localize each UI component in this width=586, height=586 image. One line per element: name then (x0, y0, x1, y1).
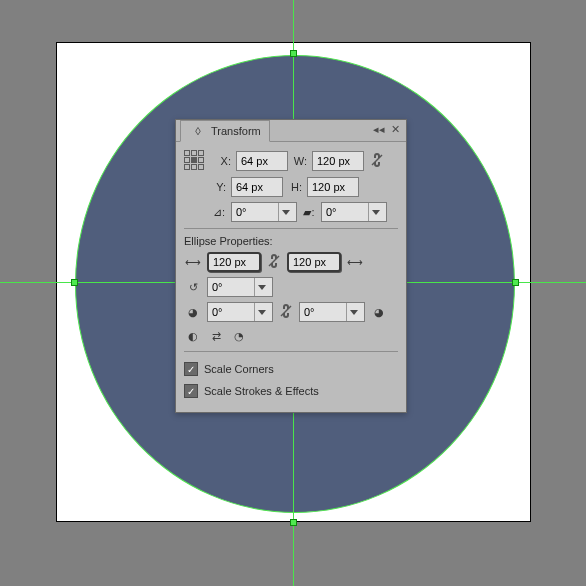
h-input[interactable] (307, 177, 359, 197)
rotate-dropdown[interactable] (278, 203, 292, 221)
swap-pie-icon[interactable]: ⇄ (207, 327, 225, 345)
scale-corners-checkbox[interactable]: ✓ Scale Corners (184, 358, 398, 380)
svg-line-0 (372, 155, 382, 165)
ellipse-width-icon: ⟷ (184, 253, 202, 271)
y-input[interactable] (231, 177, 283, 197)
pie-start-dropdown[interactable] (254, 278, 268, 296)
rotate-input[interactable] (231, 202, 297, 222)
w-input[interactable] (312, 151, 364, 171)
panel-tabbar: ◊ Transform ◂◂ ✕ (176, 120, 406, 142)
transform-tab[interactable]: ◊ Transform (180, 120, 270, 142)
link-wh-icon[interactable] (369, 152, 385, 170)
reset-pie-icon[interactable]: ◔ (230, 327, 248, 345)
pie-angle1-dropdown[interactable] (254, 303, 268, 321)
anchor-handle-left[interactable] (71, 279, 78, 286)
shear-dropdown[interactable] (368, 203, 382, 221)
divider (184, 351, 398, 352)
scale-strokes-label: Scale Strokes & Effects (204, 385, 319, 397)
panel-title: Transform (211, 125, 261, 137)
checkbox-checked-icon: ✓ (184, 362, 198, 376)
svg-line-1 (269, 256, 279, 266)
scale-strokes-checkbox[interactable]: ✓ Scale Strokes & Effects (184, 380, 398, 402)
invert-pie-icon[interactable]: ◐ (184, 327, 202, 345)
pie-angle1-icon: ◕ (184, 303, 202, 321)
pie-angle2-dropdown[interactable] (346, 303, 360, 321)
ellipse-width-input[interactable] (207, 252, 261, 272)
pie-start-icon: ↺ (184, 278, 202, 296)
svg-line-2 (281, 306, 291, 316)
x-label: X: (217, 155, 231, 167)
ellipse-height-icon: ⟷ (346, 253, 364, 271)
scale-corners-label: Scale Corners (204, 363, 274, 375)
rotate-icon: ⊿: (212, 206, 226, 219)
anchor-handle-right[interactable] (512, 279, 519, 286)
ellipse-properties-label: Ellipse Properties: (184, 235, 273, 247)
pie-angle1-input[interactable] (207, 302, 273, 322)
ellipse-height-input[interactable] (287, 252, 341, 272)
close-icon[interactable]: ✕ (391, 123, 400, 136)
shear-input[interactable] (321, 202, 387, 222)
pie-angle2-icon: ◕ (370, 303, 388, 321)
anchor-handle-top[interactable] (290, 50, 297, 57)
transform-panel: ◊ Transform ◂◂ ✕ X: W: Y: H: (175, 119, 407, 413)
pie-angle2-input[interactable] (299, 302, 365, 322)
collapse-icon[interactable]: ◂◂ (373, 123, 385, 136)
shear-icon: ▰: (302, 206, 316, 219)
x-input[interactable] (236, 151, 288, 171)
link-pie-icon[interactable] (278, 303, 294, 321)
checkbox-checked-icon: ✓ (184, 384, 198, 398)
h-label: H: (288, 181, 302, 193)
tab-icon: ◊ (189, 122, 207, 140)
divider (184, 228, 398, 229)
anchor-handle-bottom[interactable] (290, 519, 297, 526)
link-ellipse-icon[interactable] (266, 253, 282, 271)
w-label: W: (293, 155, 307, 167)
y-label: Y: (212, 181, 226, 193)
reference-point-grid[interactable] (184, 150, 206, 172)
pie-start-input[interactable] (207, 277, 273, 297)
